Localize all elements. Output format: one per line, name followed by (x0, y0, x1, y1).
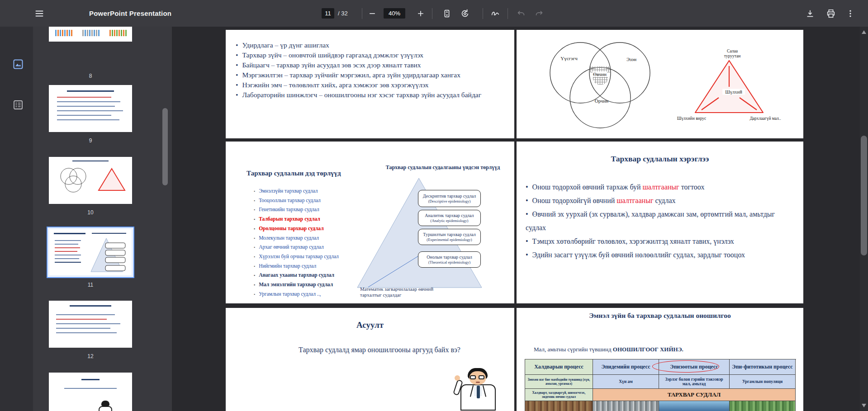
pyramid-level-label: Туршилтын тархвар судлал (423, 232, 475, 237)
triangle-label-top-1: Салаа (727, 49, 738, 53)
crowd-photo (593, 401, 659, 411)
mini-line (57, 119, 119, 120)
page-13[interactable]: Асуулт Тархвар судлалд ямар оношилгооны … (226, 308, 514, 411)
bullet-line: Байцаагч – тархвар зүйн асуудал зөв эсэх… (236, 60, 481, 70)
table-cell: Хүн ам (593, 375, 659, 389)
mini-title (54, 233, 85, 234)
bullet-text: тогтоох (679, 183, 705, 191)
page11-subtype-list: Эмнэлзүйн тархвар судлалТооцооллын тархв… (254, 187, 339, 299)
mini-title (67, 90, 114, 92)
thumbnail-view-button[interactable] (11, 57, 25, 71)
outline-view-button[interactable] (11, 98, 25, 112)
thumbnail-slide-12[interactable] (49, 301, 132, 348)
mini-title (92, 233, 126, 234)
subtype-item: Нийгмийн тархвар судлал (254, 262, 339, 271)
pen-squiggle-icon (490, 9, 500, 19)
thumbnail-slide-11-selected[interactable] (47, 227, 134, 278)
mini-line (56, 328, 110, 329)
thumbnail-slide-9[interactable] (49, 85, 132, 132)
doctor-glasses (470, 375, 476, 379)
subtype-item: Генетикийн тархвар судлал (254, 205, 339, 215)
minus-icon (368, 9, 377, 18)
download-icon (805, 9, 815, 19)
photo-cell (659, 401, 730, 411)
page-11[interactable]: Тархвар судлалын дэд төрлүүд Тархвар суд… (226, 142, 514, 303)
pyramid-level-box: Туршилтын тархвар судлал (Experimental e… (418, 229, 481, 245)
thumbnail-slide-8[interactable] (49, 27, 132, 42)
fit-to-page-button[interactable] (439, 6, 455, 21)
triangle-label-top-2: туруутан (724, 54, 740, 58)
page-10[interactable]: Үүсгэгч Эзэн Өвчин Орчин Салаа туруутан … (517, 30, 803, 138)
table-photo-row (525, 401, 796, 411)
page-number-input[interactable]: 11 (322, 8, 334, 19)
thumbnail-number: 8 (49, 73, 132, 79)
print-button[interactable] (823, 6, 839, 21)
triangle-label-center: Шүлхий (722, 89, 745, 95)
pyramid-level-box: Аналитик тархвар судлал (Analytic epidem… (418, 210, 481, 226)
subtype-item: Эмнэлзүйн тархвар судлал (254, 187, 339, 196)
triangle-label-susceptible: Дархлаагүй мал.. (749, 116, 781, 121)
scroll-down-arrow-icon[interactable] (862, 404, 866, 407)
subtitle-text: Мал, амьтны сүргийн түвшинд (534, 346, 613, 353)
doctor-hand (455, 375, 460, 381)
page-12[interactable]: Тархвар судлалын хэрэглээ Онош тодорхой … (517, 142, 803, 303)
venn-label-environment: Орчин (595, 98, 608, 104)
bullet-line: Нэгжийн эмч – төлөвлөлт хийх, арга хэмжэ… (236, 80, 481, 90)
thumbnail-slide-10[interactable] (49, 157, 132, 204)
venn-label-disease: Өвчин (593, 71, 607, 77)
bullet-line: Тэмцэх хөтөлбөрийг төлөвлөх, хэрэгжилтэд… (526, 235, 797, 248)
mini-title (72, 161, 109, 161)
thumbnail-number: 10 (49, 209, 132, 216)
pyramid-caption-line1: Математик загварчилалаар өвчний (360, 286, 433, 292)
annotate-button[interactable] (488, 6, 503, 21)
mini-line (57, 115, 111, 116)
page9-bullet-list: Удирдлага – үр дүнг ашиглахТархвар зүйч … (236, 40, 481, 100)
doctor-mouth (476, 382, 480, 383)
mini-line (55, 244, 78, 245)
pyramid-level-sublabel: (Theoretical epidemiology) (428, 260, 470, 265)
download-button[interactable] (802, 6, 818, 21)
thumbnail-slide-13[interactable] (49, 373, 132, 411)
mini-line (55, 251, 77, 252)
main-scrollbar[interactable] (860, 27, 868, 411)
pyramid-level-label: Дескриптив тархвар судлал (423, 194, 476, 199)
bullet-text: Онош тодорхойгүй өвчний (532, 197, 617, 204)
mini-figure-head (101, 401, 109, 406)
scroll-up-arrow-icon[interactable] (862, 30, 866, 34)
panel-scrollbar-thumb[interactable] (162, 108, 168, 185)
more-options-button[interactable] (843, 6, 858, 21)
doctor-tie (477, 386, 480, 398)
page-9[interactable]: Удирдлага – үр дүнг ашиглахТархвар зүйч … (226, 30, 514, 138)
photo-cell (525, 401, 593, 411)
undo-button[interactable] (513, 6, 529, 21)
main-scrollbar-thumb[interactable] (861, 136, 867, 255)
thumbnail-number: 9 (49, 137, 132, 144)
menu-button[interactable] (32, 6, 47, 21)
bullet-line: Тархвар зүйч – оновчтой шийдвэр гаргахад… (236, 50, 481, 60)
triangle-label-virus: Шүлхийн вирус (677, 116, 707, 121)
zoom-level-input[interactable]: 40% (384, 8, 405, 19)
redo-button[interactable] (531, 6, 547, 21)
zoom-in-button[interactable] (413, 6, 428, 21)
table-merged-cell: ТАРХВАР СУДЛАЛ (593, 389, 796, 401)
document-outline-icon (13, 99, 24, 110)
page-14[interactable]: Эмнэл зүйн ба тархвар судлалын оношилгоо… (517, 308, 803, 411)
bullet-text: судлах (653, 197, 675, 204)
mini-venn (55, 165, 91, 197)
pyramid-level-sublabel: (Descriptive epidemiology) (428, 199, 471, 204)
mini-line (55, 240, 81, 241)
table-row: Зөвхөн нэг бие махбодийн түвшинд (хүн, а… (525, 375, 796, 389)
document-title: PowerPoint Presentation (89, 0, 171, 27)
zoom-out-button[interactable] (365, 6, 380, 21)
mini-line (56, 319, 107, 320)
bullet-red-text: шалтгааныг (617, 197, 653, 204)
bullet-line: судлах (526, 221, 797, 235)
bullet-text: Онош тодорхой өвчний тархаж буй (532, 183, 643, 191)
mini-triangle (96, 166, 128, 194)
image-icon (13, 59, 24, 70)
toolbar-divider (508, 8, 508, 19)
subtype-item: Мал эмнэлгийн тархвар судлал (254, 280, 339, 290)
rotate-button[interactable] (457, 6, 473, 21)
mini-chart (109, 30, 127, 36)
photo-cell (593, 401, 659, 411)
